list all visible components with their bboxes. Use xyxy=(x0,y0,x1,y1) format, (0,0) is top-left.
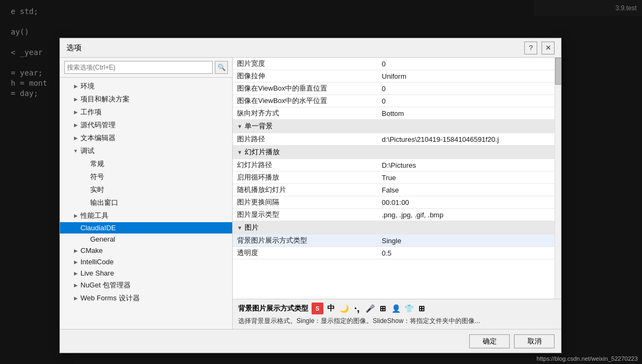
tree-item-text-editor[interactable]: ▶ 文本编辑器 xyxy=(60,132,232,145)
search-input[interactable] xyxy=(64,61,213,74)
prop-value: 0.5 xyxy=(377,249,557,257)
prop-value: .png, .jpg, .gif, .bmp xyxy=(377,211,557,219)
tree-item-label: 工作项 xyxy=(80,107,228,117)
expand-arrow: ▶ xyxy=(72,83,79,90)
properties-container: 图片宽度 0 图像拉伸 Uniform 图像在ViewBox中的垂直位置 0 图… xyxy=(233,58,561,299)
tree-item-debug-realtime[interactable]: 实时 xyxy=(60,183,232,196)
expand-arrow: ▶ xyxy=(72,95,79,103)
expand-arrow xyxy=(82,236,89,243)
tree-item-debug-symbol[interactable]: 符号 xyxy=(60,170,232,183)
prop-value: False xyxy=(377,186,557,194)
tree-item-nuget[interactable]: ▶ NuGet 包管理器 xyxy=(60,279,232,292)
prop-name: 图像在ViewBox中的垂直位置 xyxy=(237,84,377,93)
confirm-button[interactable]: 确定 xyxy=(469,334,510,348)
info-icon-shirt[interactable]: 👕 xyxy=(403,303,414,314)
tree-item-label: 项目和解决方案 xyxy=(80,94,228,104)
tree-item-liveshare[interactable]: ▶ Live Share xyxy=(60,267,232,279)
info-icon-moon[interactable]: 🌙 xyxy=(339,303,349,314)
dialog-title: 选项 xyxy=(66,43,82,53)
prop-name: 图像在ViewBox中的水平位置 xyxy=(237,96,377,106)
tree-item-label: 常规 xyxy=(90,159,228,169)
expand-arrow xyxy=(82,173,89,181)
right-scrollbar[interactable] xyxy=(555,58,561,299)
search-box: 🔍 xyxy=(60,58,232,78)
info-icon-grid[interactable]: ⊞ xyxy=(377,303,388,314)
prop-row: 图片路径 d:\Pictures\210419-15841046591f20.j xyxy=(233,133,561,146)
info-bar-title: 背景图片展示方式类型 S 中 🌙 ·, 🎤 ⊞ 👤 👕 ⊞ xyxy=(238,303,556,314)
info-icon-grid2[interactable]: ⊞ xyxy=(416,303,427,314)
tree-item-label: 源代码管理 xyxy=(80,120,228,130)
expand-arrow: ▼ xyxy=(72,147,79,155)
info-icon-dot[interactable]: ·, xyxy=(352,303,362,314)
prop-row: 图片宽度 0 xyxy=(233,58,561,70)
dialog-help-button[interactable]: ? xyxy=(524,42,537,54)
section-header-bg[interactable]: ▼ 单一背景 xyxy=(233,120,561,133)
tree-item-label: Live Share xyxy=(80,269,228,277)
tree-item-source[interactable]: ▶ 源代码管理 xyxy=(60,119,232,132)
info-bar: 背景图片展示方式类型 S 中 🌙 ·, 🎤 ⊞ 👤 👕 ⊞ 选择背景显示格式。S… xyxy=(233,299,561,329)
tree-item-debug-output[interactable]: 输出窗口 xyxy=(60,196,232,209)
tree-item-label: 实时 xyxy=(90,185,228,195)
cancel-button[interactable]: 取消 xyxy=(514,334,555,348)
prop-row: 图片更换间隔 00:01:00 xyxy=(233,196,561,209)
tree-item-claudiaide[interactable]: ClaudiaIDE xyxy=(60,222,232,233)
tree-item-claudia-general[interactable]: General xyxy=(60,233,232,245)
expand-arrow: ▶ xyxy=(72,134,79,142)
section-header-image[interactable]: ▼ 图片 xyxy=(233,221,561,235)
watermark: https://blog.csdn.net/weixin_52270223 xyxy=(537,355,638,362)
tree-item-debug-general[interactable]: 常规 xyxy=(60,157,232,170)
prop-value: Single xyxy=(377,237,557,245)
expand-arrow: ▶ xyxy=(72,270,79,277)
tree-item-label: 环境 xyxy=(80,81,228,91)
tree-item-work[interactable]: ▶ 工作项 xyxy=(60,106,232,119)
prop-name: 图片显示类型 xyxy=(237,210,377,219)
scrollbar-thumb[interactable] xyxy=(555,58,561,85)
prop-value: 0 xyxy=(377,97,557,105)
prop-row: 纵向对齐方式 Bottom xyxy=(233,107,561,120)
prop-name: 幻灯片路径 xyxy=(237,160,377,170)
tree-item-label: 符号 xyxy=(90,172,228,182)
prop-row: 图片显示类型 .png, .jpg, .gif, .bmp xyxy=(233,209,561,221)
prop-name: 背景图片展示方式类型 xyxy=(237,236,377,245)
prop-value: Bottom xyxy=(377,109,557,118)
expand-arrow xyxy=(82,186,89,194)
info-icon-chinese[interactable]: 中 xyxy=(326,303,336,314)
tree-item-debug[interactable]: ▼ 调试 xyxy=(60,145,232,157)
expand-arrow: ▶ xyxy=(72,108,79,116)
expand-arrow: ▶ xyxy=(72,281,79,289)
section-header-slideshow[interactable]: ▼ 幻灯片播放 xyxy=(233,146,561,159)
prop-row-highlighted[interactable]: 背景图片展示方式类型 Single xyxy=(233,235,561,247)
prop-name: 图片路径 xyxy=(237,134,377,144)
info-icon-mic[interactable]: 🎤 xyxy=(364,303,375,314)
tree-item-label: Web Forms 设计器 xyxy=(80,293,228,303)
prop-row: 图像拉伸 Uniform xyxy=(233,70,561,83)
section-expand-toggle: ▼ xyxy=(237,149,242,155)
prop-name: 图片宽度 xyxy=(237,59,377,68)
prop-name: 纵向对齐方式 xyxy=(237,108,377,118)
tree-item-webforms[interactable]: ▶ Web Forms 设计器 xyxy=(60,292,232,305)
prop-name: 透明度 xyxy=(237,248,377,258)
expand-arrow: ▶ xyxy=(72,258,79,266)
tree-item-label: General xyxy=(90,235,228,243)
tree-item-perf[interactable]: ▶ 性能工具 xyxy=(60,209,232,222)
section-header-label: 图片 xyxy=(245,223,259,232)
section-expand-toggle: ▼ xyxy=(237,123,242,129)
tree-item-label: 性能工具 xyxy=(80,211,228,221)
expand-arrow xyxy=(82,199,89,207)
tree-item-env[interactable]: ▶ 环境 xyxy=(60,80,232,93)
dialog-title-buttons: ? ✕ xyxy=(524,42,555,54)
tree-item-label: 输出窗口 xyxy=(90,198,228,208)
prop-value: 00:01:00 xyxy=(377,198,557,207)
prop-name: 随机播放幻灯片 xyxy=(237,185,377,195)
tree-item-project[interactable]: ▶ 项目和解决方案 xyxy=(60,93,232,106)
info-icon-person[interactable]: 👤 xyxy=(390,303,401,314)
section-expand-toggle: ▼ xyxy=(237,225,242,231)
tree-item-cmake[interactable]: ▶ CMake xyxy=(60,245,232,256)
search-button[interactable]: 🔍 xyxy=(215,61,228,74)
prop-row: 图像在ViewBox中的垂直位置 0 xyxy=(233,83,561,95)
tree-item-label: NuGet 包管理器 xyxy=(80,280,228,290)
tree-item-intellicode[interactable]: ▶ IntelliCode xyxy=(60,256,232,267)
right-panel: 图片宽度 0 图像拉伸 Uniform 图像在ViewBox中的垂直位置 0 图… xyxy=(233,58,561,329)
expand-arrow: ▶ xyxy=(72,121,79,129)
dialog-close-button[interactable]: ✕ xyxy=(542,42,555,54)
